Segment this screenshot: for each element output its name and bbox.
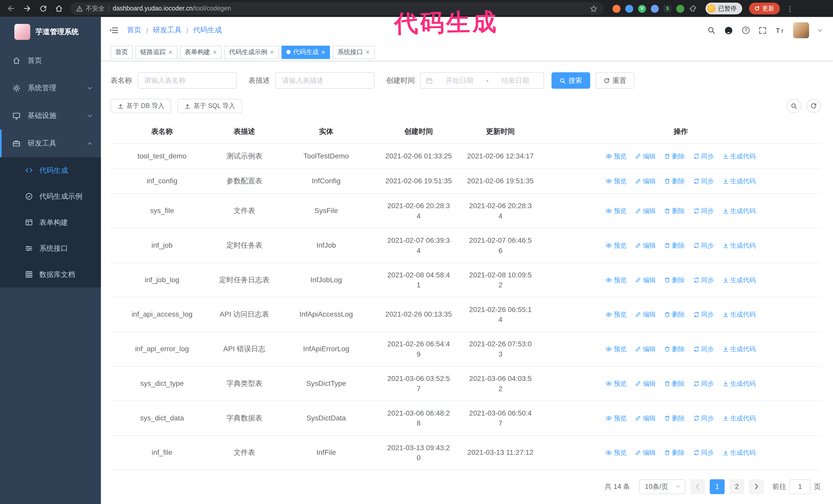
- extension-icon[interactable]: V: [638, 5, 646, 13]
- font-size-icon[interactable]: TT: [775, 26, 785, 34]
- import-sql-button[interactable]: 基于 SQL 导入: [177, 99, 242, 113]
- sync-link[interactable]: 同步: [693, 206, 714, 216]
- browser-forward-icon[interactable]: [20, 2, 34, 16]
- page-button-1[interactable]: 1: [710, 479, 724, 494]
- sidebar-item-infrastructure[interactable]: 基础设施: [0, 102, 101, 130]
- sync-link[interactable]: 同步: [693, 344, 714, 354]
- tab-codegen[interactable]: 代码生成×: [281, 45, 330, 59]
- extension-icon[interactable]: [676, 5, 684, 13]
- security-warning[interactable]: 不安全: [76, 4, 104, 13]
- user-avatar[interactable]: [793, 22, 809, 38]
- table-name-input[interactable]: [137, 72, 237, 89]
- sidebar-toggle-icon[interactable]: [109, 26, 118, 34]
- page-size-select[interactable]: 10条/页: [639, 479, 685, 494]
- sidebar-item-db-doc[interactable]: 数据库文档: [0, 262, 101, 288]
- preview-link[interactable]: 预览: [606, 448, 627, 458]
- edit-link[interactable]: 编辑: [635, 176, 656, 186]
- sidebar-item-codegen-example[interactable]: 代码生成示例: [0, 183, 101, 210]
- date-range-picker[interactable]: 开始日期 - 结束日期: [420, 72, 544, 89]
- bookmark-star-icon[interactable]: [590, 5, 598, 13]
- sidebar-item-devtools[interactable]: 研发工具: [0, 130, 101, 158]
- preview-link[interactable]: 预览: [606, 275, 627, 285]
- sync-link[interactable]: 同步: [693, 241, 714, 251]
- github-icon[interactable]: [724, 26, 733, 35]
- delete-link[interactable]: 删除: [664, 310, 685, 320]
- tab-form-builder[interactable]: 表单构建×: [180, 45, 222, 59]
- browser-back-icon[interactable]: [4, 2, 18, 16]
- delete-link[interactable]: 删除: [664, 176, 685, 186]
- close-icon[interactable]: ×: [270, 49, 274, 56]
- preview-link[interactable]: 预览: [606, 241, 627, 251]
- update-button[interactable]: 更新: [749, 3, 780, 14]
- preview-link[interactable]: 预览: [606, 413, 627, 423]
- generate-code-link[interactable]: 生成代码: [722, 379, 756, 389]
- generate-code-link[interactable]: 生成代码: [722, 310, 756, 320]
- tab-codegen-example[interactable]: 代码生成示例×: [224, 45, 279, 59]
- sync-link[interactable]: 同步: [693, 448, 714, 458]
- extension-icon[interactable]: [651, 5, 659, 13]
- preview-link[interactable]: 预览: [606, 206, 627, 216]
- preview-link[interactable]: 预览: [606, 176, 627, 186]
- generate-code-link[interactable]: 生成代码: [722, 275, 756, 285]
- sidebar-item-system[interactable]: 系统管理: [0, 74, 101, 102]
- refresh-table-button[interactable]: [806, 99, 821, 113]
- preview-link[interactable]: 预览: [606, 344, 627, 354]
- goto-page-input[interactable]: [789, 479, 811, 494]
- tab-tracing[interactable]: 链路追踪×: [136, 45, 177, 59]
- sync-link[interactable]: 同步: [693, 151, 714, 162]
- browser-menu-icon[interactable]: ⋮: [787, 5, 793, 13]
- generate-code-link[interactable]: 生成代码: [722, 176, 756, 186]
- fullscreen-icon[interactable]: [759, 26, 767, 34]
- generate-code-link[interactable]: 生成代码: [722, 413, 756, 423]
- generate-code-link[interactable]: 生成代码: [722, 344, 756, 354]
- page-button-2[interactable]: 2: [730, 479, 744, 494]
- extensions-puzzle-icon[interactable]: [689, 5, 697, 13]
- close-icon[interactable]: ×: [322, 49, 326, 56]
- edit-link[interactable]: 编辑: [635, 310, 656, 320]
- extension-icon[interactable]: $: [664, 5, 671, 13]
- browser-home-icon[interactable]: [52, 2, 66, 16]
- address-bar[interactable]: 不安全 dashboard.yudao.iocoder.cn/tool/code…: [70, 2, 603, 15]
- delete-link[interactable]: 删除: [664, 379, 685, 389]
- close-icon[interactable]: ×: [213, 49, 217, 56]
- delete-link[interactable]: 删除: [664, 344, 685, 354]
- edit-link[interactable]: 编辑: [635, 206, 656, 216]
- edit-link[interactable]: 编辑: [635, 413, 656, 423]
- extension-icon[interactable]: [625, 5, 633, 13]
- delete-link[interactable]: 删除: [664, 151, 685, 162]
- extension-icon[interactable]: [613, 5, 620, 13]
- generate-code-link[interactable]: 生成代码: [722, 241, 756, 251]
- reset-button[interactable]: 重置: [595, 72, 634, 89]
- sidebar-item-api[interactable]: 系统接口: [0, 235, 101, 262]
- delete-link[interactable]: 删除: [664, 275, 685, 285]
- search-icon[interactable]: [707, 26, 716, 34]
- browser-refresh-icon[interactable]: [36, 2, 50, 16]
- generate-code-link[interactable]: 生成代码: [722, 151, 756, 162]
- sidebar-item-form-builder[interactable]: 表单构建: [0, 210, 101, 236]
- sidebar-item-codegen[interactable]: 代码生成: [0, 158, 101, 184]
- sync-link[interactable]: 同步: [693, 275, 714, 285]
- delete-link[interactable]: 删除: [664, 413, 685, 423]
- next-page-button[interactable]: [749, 479, 764, 494]
- breadcrumb-devtools[interactable]: 研发工具: [153, 25, 182, 35]
- search-button[interactable]: 搜索: [551, 72, 590, 89]
- table-desc-input[interactable]: [275, 72, 375, 89]
- preview-link[interactable]: 预览: [606, 151, 627, 162]
- breadcrumb-home[interactable]: 首页: [127, 25, 141, 35]
- delete-link[interactable]: 删除: [664, 206, 685, 216]
- sync-link[interactable]: 同步: [693, 379, 714, 389]
- import-db-button[interactable]: 基于 DB 导入: [111, 99, 171, 113]
- edit-link[interactable]: 编辑: [635, 275, 656, 285]
- generate-code-link[interactable]: 生成代码: [722, 206, 756, 216]
- tab-api[interactable]: 系统接口×: [333, 45, 375, 59]
- sync-link[interactable]: 同步: [693, 310, 714, 320]
- sidebar-item-home[interactable]: 首页: [0, 47, 101, 74]
- generate-code-link[interactable]: 生成代码: [722, 448, 756, 458]
- tab-home[interactable]: 首页: [111, 45, 133, 59]
- sync-link[interactable]: 同步: [693, 413, 714, 423]
- preview-link[interactable]: 预览: [606, 310, 627, 320]
- edit-link[interactable]: 编辑: [635, 151, 656, 162]
- preview-link[interactable]: 预览: [606, 379, 627, 389]
- edit-link[interactable]: 编辑: [635, 344, 656, 354]
- edit-link[interactable]: 编辑: [635, 448, 656, 458]
